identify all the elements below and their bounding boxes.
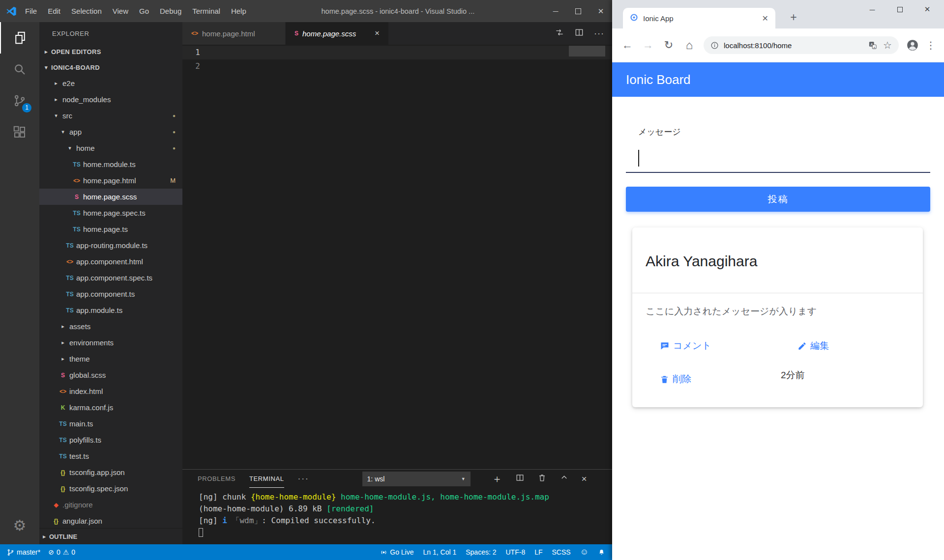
tree-item-angular.json[interactable]: {}angular.json [39, 513, 182, 529]
tree-item-app.component.ts[interactable]: TSapp.component.ts [39, 286, 182, 302]
tree-item-home.page.html[interactable]: <>home.page.htmlM [39, 172, 182, 189]
tree-item-home.module.ts[interactable]: TShome.module.ts [39, 156, 182, 172]
editor-tab-home.page.scss[interactable]: Shome.page.scss× [286, 22, 389, 45]
maximize-icon[interactable] [886, 0, 914, 19]
submit-button[interactable]: 投稿 [626, 187, 930, 212]
menu-item[interactable]: Help [226, 0, 252, 22]
more-actions-icon[interactable]: ··· [594, 28, 604, 39]
tree-item-e2e[interactable]: ▸e2e [39, 75, 182, 91]
terminal-shell-select[interactable]: 1: wsl ▼ [362, 472, 471, 486]
tree-item-home[interactable]: ▾home● [39, 140, 182, 156]
tree-item-tsconfig.spec.json[interactable]: {}tsconfig.spec.json [39, 480, 182, 497]
language-mode-item[interactable]: SCSS [552, 548, 571, 556]
tree-item-app[interactable]: ▾app● [39, 124, 182, 140]
tree-item-app-routing.module.ts[interactable]: TSapp-routing.module.ts [39, 237, 182, 253]
extensions-icon[interactable] [0, 116, 39, 148]
close-icon[interactable]: ✕ [914, 0, 941, 19]
open-changes-icon[interactable] [555, 28, 564, 39]
tree-item-node_modules[interactable]: ▸node_modules [39, 91, 182, 108]
tree-item-test.ts[interactable]: TStest.ts [39, 448, 182, 464]
tree-item-home.page.spec.ts[interactable]: TShome.page.spec.ts [39, 205, 182, 221]
close-tab-icon[interactable]: ✕ [762, 14, 768, 23]
code-editor[interactable]: 12 [182, 45, 612, 469]
delete-button[interactable]: 削除 [660, 373, 691, 386]
minimap-slider[interactable] [569, 46, 605, 56]
tree-item-main.ts[interactable]: TSmain.ts [39, 416, 182, 432]
split-terminal-icon[interactable] [515, 473, 525, 484]
editor-line[interactable]: 2 [182, 59, 612, 73]
editor-line[interactable]: 1 [182, 46, 612, 59]
menu-item[interactable]: Terminal [187, 0, 226, 22]
notifications-bell-icon[interactable] [598, 549, 605, 556]
comment-button[interactable]: コメント [660, 339, 711, 352]
forward-icon[interactable]: → [638, 35, 658, 56]
settings-gear-icon[interactable]: ⚙ [13, 512, 27, 538]
maximize-icon[interactable] [567, 0, 590, 22]
menu-item[interactable]: Go [134, 0, 154, 22]
url-text[interactable]: localhost:8100/home [724, 41, 862, 50]
menu-item[interactable]: Selection [66, 0, 107, 22]
source-control-icon[interactable]: 1 [0, 85, 39, 116]
new-terminal-icon[interactable]: ＋ [492, 474, 502, 484]
tab-problems[interactable]: PROBLEMS [198, 470, 236, 488]
menu-item[interactable]: Debug [154, 0, 187, 22]
tree-item-assets[interactable]: ▸assets [39, 318, 182, 335]
tree-item-theme[interactable]: ▸theme [39, 351, 182, 367]
tab-terminal[interactable]: TERMINAL [249, 470, 284, 488]
close-panel-icon[interactable]: × [582, 474, 587, 484]
back-icon[interactable]: ← [617, 35, 638, 56]
tree-item-index.html[interactable]: <>index.html [39, 383, 182, 399]
outline-section[interactable]: ▸ OUTLINE [39, 528, 182, 544]
browser-tab[interactable]: Ionic App ✕ [623, 8, 775, 28]
new-tab-button[interactable]: + [786, 10, 801, 25]
eol-item[interactable]: LF [534, 548, 542, 556]
close-tab-icon[interactable]: × [368, 28, 380, 38]
menu-item[interactable]: View [107, 0, 134, 22]
message-input[interactable] [626, 172, 930, 173]
git-branch-item[interactable]: master* [7, 548, 40, 556]
tree-item-global.scss[interactable]: Sglobal.scss [39, 367, 182, 383]
browser-menu-icon[interactable]: ⋮ [922, 35, 939, 55]
tree-item-karma.conf.js[interactable]: Kkarma.conf.js [39, 399, 182, 416]
minimize-icon[interactable]: ─ [544, 0, 567, 22]
site-info-icon[interactable] [710, 41, 719, 50]
go-live-item[interactable]: Go Live [380, 548, 413, 556]
tree-item-.gitignore[interactable]: ◆.gitignore [39, 497, 182, 513]
profile-avatar[interactable] [903, 35, 922, 55]
reload-icon[interactable]: ↻ [658, 35, 679, 56]
menu-item[interactable]: File [20, 0, 42, 22]
editor-tab-home.page.html[interactable]: <>home.page.html [182, 22, 286, 45]
home-icon[interactable]: ⌂ [679, 35, 700, 56]
open-editors-section[interactable]: ▸ OPEN EDITORS [39, 44, 182, 59]
tree-item-polyfills.ts[interactable]: TSpolyfills.ts [39, 432, 182, 448]
panel-more-icon[interactable]: ··· [298, 474, 309, 484]
tree-item-src[interactable]: ▾src● [39, 108, 182, 124]
kill-terminal-icon[interactable] [537, 473, 547, 484]
explorer-icon[interactable] [0, 22, 39, 54]
indentation-item[interactable]: Spaces: 2 [466, 548, 496, 556]
terminal-output[interactable]: [ng] chunk {home-home-module} home-home-… [182, 488, 612, 544]
cursor-position-item[interactable]: Ln 1, Col 1 [423, 548, 457, 556]
tree-item-app.component.spec.ts[interactable]: TSapp.component.spec.ts [39, 270, 182, 286]
maximize-panel-icon[interactable] [560, 473, 569, 484]
encoding-item[interactable]: UTF-8 [506, 548, 526, 556]
address-bar[interactable]: localhost:8100/home Aa ☆ [704, 36, 899, 54]
bookmark-star-icon[interactable]: ☆ [883, 39, 892, 51]
feedback-smiley-icon[interactable]: ☺ [580, 547, 589, 557]
project-section[interactable]: ▾ IONIC4-BOARD [39, 59, 182, 75]
tree-item-home.page.ts[interactable]: TShome.page.ts [39, 221, 182, 237]
tree-item-home.page.scss[interactable]: Shome.page.scss [39, 189, 182, 205]
close-icon[interactable]: ✕ [590, 0, 612, 22]
minimize-icon[interactable]: ─ [858, 0, 886, 19]
problems-item[interactable]: ⊘ 0 ⚠ 0 [48, 548, 75, 556]
tree-item-tsconfig.app.json[interactable]: {}tsconfig.app.json [39, 464, 182, 480]
translate-icon[interactable]: Aa [868, 41, 877, 50]
search-icon[interactable] [0, 54, 39, 85]
tree-item-app.component.html[interactable]: <>app.component.html [39, 253, 182, 270]
tree-item-environments[interactable]: ▸environments [39, 335, 182, 351]
edit-button[interactable]: 編集 [797, 339, 829, 352]
menu-item[interactable]: Edit [42, 0, 66, 22]
vscode-logo-icon [6, 6, 17, 17]
split-editor-icon[interactable] [574, 28, 584, 39]
tree-item-app.module.ts[interactable]: TSapp.module.ts [39, 302, 182, 318]
